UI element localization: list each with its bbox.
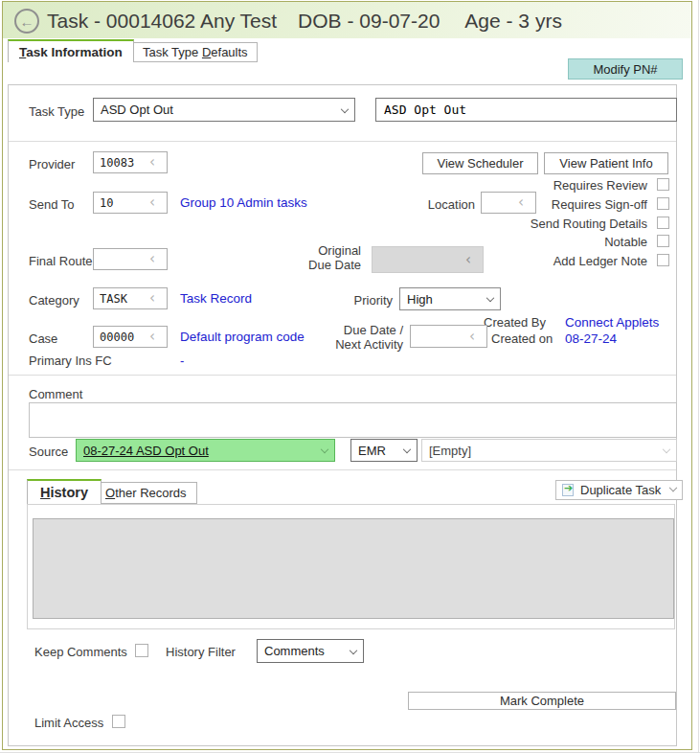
source-select[interactable]: 08-27-24 ASD Opt Out: [76, 439, 335, 462]
back-button[interactable]: ←: [14, 9, 39, 34]
section-divider: [9, 469, 676, 470]
priority-value: High: [407, 292, 433, 307]
primary-ins-fc-label: Primary Ins FC: [29, 354, 112, 368]
send-to-group-link[interactable]: Group 10 Admin tasks: [180, 195, 307, 210]
title-task-id: Task - 00014062 Any Test: [47, 10, 277, 33]
final-route-lookup-field[interactable]: ‹: [93, 248, 168, 270]
lookup-icon[interactable]: ‹: [149, 252, 155, 266]
task-record-link[interactable]: Task Record: [180, 291, 252, 306]
lookup-icon[interactable]: ‹: [149, 155, 155, 170]
tab-label-pre: Task Type: [143, 45, 202, 59]
send-to-value: 10: [100, 196, 113, 210]
history-filter-select[interactable]: Comments: [257, 639, 364, 663]
add-ledger-note-label: Add Ledger Note: [553, 254, 647, 268]
keep-comments-label: Keep Comments: [34, 645, 127, 659]
tab-task-information[interactable]: Task Information: [8, 39, 134, 62]
lookup-icon[interactable]: ‹: [518, 195, 524, 210]
history-list[interactable]: [33, 518, 674, 619]
lookup-icon[interactable]: ‹: [469, 330, 475, 344]
created-by-link[interactable]: Connect Applets: [565, 315, 659, 330]
provider-value: 10083: [100, 156, 134, 170]
send-to-lookup-field[interactable]: 10 ‹: [93, 192, 168, 214]
view-scheduler-button[interactable]: View Scheduler: [422, 152, 538, 174]
mark-complete-button[interactable]: Mark Complete: [408, 692, 676, 710]
provider-label: Provider: [29, 157, 75, 171]
chevron-down-icon: [663, 445, 670, 453]
tab-label-rest: efaults: [211, 45, 247, 59]
priority-label: Priority: [354, 293, 393, 308]
chevron-down-icon: [486, 294, 494, 302]
task-type-label: Task Type: [29, 104, 84, 119]
comment-input[interactable]: [29, 402, 677, 438]
task-type-display-field[interactable]: ASD Opt Out: [375, 98, 677, 122]
notable-checkbox[interactable]: [657, 235, 669, 247]
tab-label-key: O: [105, 486, 115, 500]
original-due-date-label-line1: Original: [308, 243, 361, 258]
due-date-next-activity-field[interactable]: ‹: [410, 325, 487, 348]
original-due-date-label: Original Due Date: [308, 243, 361, 272]
due-date-next-activity-label: Due Date / Next Activity: [335, 323, 403, 352]
duplicate-task-button[interactable]: ➔ Duplicate Task: [555, 480, 683, 500]
modify-pn-button[interactable]: Modify PN#: [568, 58, 683, 80]
notable-label: Notable: [604, 235, 647, 249]
keep-comments-checkbox[interactable]: [135, 644, 148, 657]
chevron-down-icon: [341, 104, 349, 112]
requires-signoff-checkbox[interactable]: [657, 197, 669, 210]
final-route-label: Final Route: [29, 254, 92, 268]
task-type-display-value: ASD Opt Out: [384, 103, 466, 117]
section-divider: [9, 141, 676, 142]
chevron-down-icon[interactable]: [669, 483, 677, 491]
source-type-value: EMR: [358, 444, 386, 458]
title-dob: DOB - 09-07-20: [298, 10, 440, 33]
source-type-select[interactable]: EMR: [350, 439, 418, 462]
send-routing-details-checkbox[interactable]: [657, 217, 669, 229]
location-label: Location: [428, 197, 475, 212]
created-by-label: Created By: [484, 315, 546, 330]
default-program-code-link[interactable]: Default program code: [180, 330, 305, 344]
case-value: 00000: [100, 331, 134, 344]
section-divider: [9, 375, 676, 376]
case-lookup-field[interactable]: 00000 ‹: [93, 326, 168, 348]
created-on-value: 08-27-24: [565, 331, 617, 346]
limit-access-label: Limit Access: [34, 716, 103, 730]
comment-label: Comment: [29, 387, 82, 401]
due-date-label-line2: Next Activity: [335, 337, 403, 352]
requires-review-checkbox[interactable]: [657, 178, 669, 191]
original-due-date-field: ‹: [372, 246, 484, 273]
lookup-icon[interactable]: ‹: [149, 195, 155, 210]
case-label: Case: [29, 331, 57, 346]
limit-access-checkbox[interactable]: [112, 715, 125, 728]
tab-label-rest: ther Records: [115, 486, 186, 500]
category-label: Category: [29, 293, 79, 308]
tab-other-records[interactable]: Other Records: [95, 482, 197, 504]
task-window: ← Task - 00014062 Any Test DOB - 09-07-2…: [0, 0, 700, 753]
title-age: Age - 3 yrs: [464, 10, 562, 33]
created-on-label: Created on: [491, 331, 553, 346]
provider-lookup-field[interactable]: 10083 ‹: [93, 151, 168, 173]
back-arrow-icon: ←: [20, 13, 34, 30]
requires-signoff-label: Requires Sign-off: [552, 197, 647, 212]
priority-select[interactable]: High: [399, 287, 501, 310]
view-patient-info-button[interactable]: View Patient Info: [544, 152, 668, 174]
tab-label-key: D: [202, 45, 211, 59]
lookup-icon[interactable]: ‹: [149, 291, 155, 306]
chevron-down-icon: [321, 445, 328, 453]
duplicate-arrow-glyph: ➔: [564, 483, 573, 493]
page-title: Task - 00014062 Any Test DOB - 09-07-20 …: [47, 2, 562, 40]
category-lookup-field[interactable]: TASK ‹: [93, 287, 168, 309]
tab-task-type-defaults[interactable]: Task Type Defaults: [133, 42, 258, 62]
duplicate-task-icon: ➔: [562, 484, 574, 496]
lookup-icon[interactable]: ‹: [149, 330, 155, 344]
tab-history[interactable]: History: [27, 479, 102, 504]
task-type-select[interactable]: ASD Opt Out: [93, 98, 355, 122]
tab-label-key: H: [40, 485, 50, 500]
source-extra-select[interactable]: [Empty]: [421, 439, 677, 462]
location-lookup-field[interactable]: ‹: [481, 192, 536, 214]
send-routing-details-label: Send Routing Details: [531, 217, 647, 231]
source-extra-value: [Empty]: [429, 444, 471, 458]
chevron-down-icon: [350, 646, 357, 653]
lookup-icon: ‹: [465, 253, 471, 267]
add-ledger-note-checkbox[interactable]: [657, 254, 669, 266]
title-bar: ← Task - 00014062 Any Test DOB - 09-07-2…: [3, 2, 691, 38]
source-label: Source: [29, 445, 68, 459]
